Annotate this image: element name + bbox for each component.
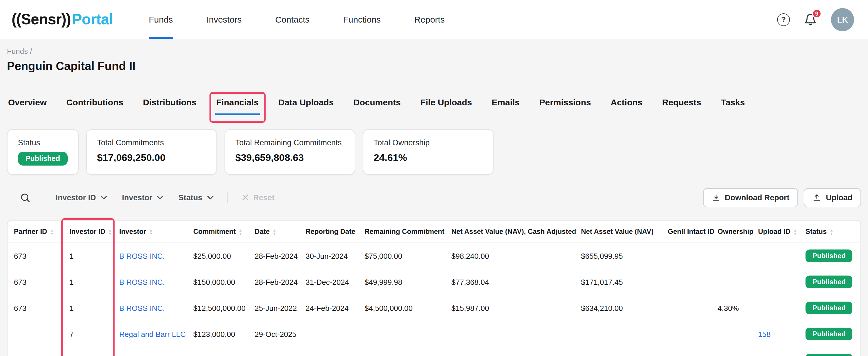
cell-investor[interactable]: B ROSS INC. bbox=[113, 295, 187, 321]
status-badge: Published bbox=[18, 152, 67, 166]
investor-link[interactable]: B ROSS INC. bbox=[119, 304, 165, 312]
brand-logo[interactable]: ((Sensr))Portal bbox=[11, 10, 113, 28]
cell-investor-id: 1 bbox=[63, 295, 113, 321]
column-header-upload-id[interactable]: Upload ID▲▼ bbox=[752, 220, 799, 243]
card-label: Total Remaining Commitments bbox=[235, 138, 344, 147]
tab-data-uploads[interactable]: Data Uploads bbox=[277, 97, 335, 115]
summary-card-total-ownership: Total Ownership24.61% bbox=[363, 129, 493, 175]
breadcrumb[interactable]: Funds / bbox=[7, 39, 32, 56]
investor-link[interactable]: Regal and Barr LLC bbox=[119, 330, 186, 338]
summary-card-total-commitments: Total Commitments$17,069,250.00 bbox=[86, 129, 217, 175]
tab-financials[interactable]: Financials bbox=[215, 97, 260, 115]
cell-upload-id[interactable]: 158 bbox=[752, 321, 799, 347]
cell-investor[interactable]: Regal and Barr LLC bbox=[113, 321, 187, 347]
investor-link[interactable]: B ROSS INC. bbox=[119, 277, 165, 286]
table-row: 7Regal and Barr LLC$123,000.0029-Oct-202… bbox=[7, 321, 861, 347]
nav-item-reports[interactable]: Reports bbox=[414, 0, 445, 39]
tab-file-uploads[interactable]: File Uploads bbox=[419, 97, 473, 115]
column-header-investor-id[interactable]: Investor ID▲▼ bbox=[63, 220, 113, 243]
column-header-partner-id[interactable]: Partner ID▲▼ bbox=[7, 220, 63, 243]
financials-table-section: Partner ID▲▼Investor ID▲▼Investor▲▼Commi… bbox=[7, 220, 861, 356]
cell-status: Published bbox=[799, 347, 861, 356]
toolbar-divider bbox=[227, 191, 228, 203]
cell-partner-id: 673 bbox=[7, 243, 63, 269]
nav-item-contacts[interactable]: Contacts bbox=[275, 0, 309, 39]
notifications-button[interactable]: 9 bbox=[804, 13, 817, 26]
column-header-remaining-commitment: Remaining Commitment bbox=[358, 220, 445, 243]
logo-paren-close: )) bbox=[61, 10, 71, 28]
upload-id-link[interactable]: 158 bbox=[758, 330, 771, 338]
column-header-label: Reporting Date bbox=[306, 228, 355, 236]
cell-upload-id bbox=[752, 295, 799, 321]
cell-remaining-commitment: $0.00 bbox=[358, 347, 445, 356]
summary-card-total-remaining-commitments: Total Remaining Commitments$39,659,808.6… bbox=[224, 129, 355, 175]
column-header-date[interactable]: Date▲▼ bbox=[248, 220, 299, 243]
tab-emails[interactable]: Emails bbox=[490, 97, 521, 115]
filter-dropdown-label: Investor ID bbox=[56, 193, 96, 202]
cell-status: Published bbox=[799, 243, 861, 269]
filter-dropdown-investor[interactable]: Investor bbox=[119, 188, 167, 206]
search-icon bbox=[20, 192, 30, 203]
navbar-right: ? 9 LK bbox=[777, 8, 854, 31]
filter-dropdown-status[interactable]: Status bbox=[175, 188, 217, 206]
cell-nav-cash-adjusted: $98,240.00 bbox=[445, 243, 575, 269]
tab-distributions[interactable]: Distributions bbox=[142, 97, 197, 115]
summary-cards: StatusPublishedTotal Commitments$17,069,… bbox=[7, 129, 861, 175]
primary-nav: FundsInvestorsContactsFunctionsReports bbox=[149, 0, 445, 39]
filter-dropdown-investor-id[interactable]: Investor ID bbox=[52, 188, 111, 206]
sort-icon[interactable]: ▲▼ bbox=[50, 229, 54, 235]
sort-icon[interactable]: ▲▼ bbox=[108, 229, 112, 235]
tab-actions[interactable]: Actions bbox=[609, 97, 644, 115]
cell-investor[interactable]: B ROSS INC. bbox=[113, 243, 187, 269]
cell-commitment: $12,500,000.00 bbox=[187, 295, 248, 321]
status-badge: Published bbox=[806, 354, 852, 356]
avatar[interactable]: LK bbox=[831, 8, 854, 31]
tab-overview[interactable]: Overview bbox=[7, 97, 48, 115]
cell-investor-id: 7 bbox=[63, 321, 113, 347]
tab-permissions[interactable]: Permissions bbox=[538, 97, 592, 115]
column-header-commitment[interactable]: Commitment▲▼ bbox=[187, 220, 248, 243]
cell-nav: $634,210.00 bbox=[575, 295, 661, 321]
tab-requests[interactable]: Requests bbox=[661, 97, 703, 115]
sort-icon[interactable]: ▲▼ bbox=[239, 229, 243, 235]
sort-icon[interactable]: ▲▼ bbox=[149, 229, 153, 235]
search-button[interactable] bbox=[15, 187, 35, 207]
upload-button[interactable]: Upload bbox=[804, 188, 861, 207]
cell-investor[interactable]: Ron Arthur bbox=[113, 347, 187, 356]
sort-icon[interactable]: ▲▼ bbox=[830, 229, 833, 235]
cell-genii-intact-id bbox=[661, 269, 711, 295]
column-header-label: Upload ID bbox=[758, 228, 790, 236]
nav-item-funds[interactable]: Funds bbox=[149, 0, 173, 39]
help-icon[interactable]: ? bbox=[777, 13, 790, 26]
cell-date: 19-Sep-2025 bbox=[248, 347, 299, 356]
nav-item-functions[interactable]: Functions bbox=[343, 0, 381, 39]
page-content: Funds / Penguin Capital Fund II Overview… bbox=[0, 39, 868, 356]
nav-item-investors[interactable]: Investors bbox=[207, 0, 242, 39]
cell-investor[interactable]: B ROSS INC. bbox=[113, 269, 187, 295]
annotation-box-financials-tab bbox=[209, 92, 266, 123]
download-report-button[interactable]: Download Report bbox=[703, 188, 798, 207]
cell-genii-intact-id bbox=[661, 347, 711, 356]
tab-contributions[interactable]: Contributions bbox=[65, 97, 124, 115]
tab-tasks[interactable]: Tasks bbox=[720, 97, 746, 115]
cell-reporting-date bbox=[299, 321, 358, 347]
sort-icon[interactable]: ▲▼ bbox=[273, 229, 276, 235]
cell-partner-id: 673 bbox=[7, 269, 63, 295]
cell-commitment: $25,000.00 bbox=[187, 243, 248, 269]
sort-icon[interactable]: ▲▼ bbox=[793, 229, 797, 235]
column-header-label: Net Asset Value (NAV) bbox=[581, 228, 654, 236]
cell-ownership bbox=[711, 243, 752, 269]
column-header-net-asset-value-nav: Net Asset Value (NAV) bbox=[575, 220, 661, 243]
cell-nav: $0.00 bbox=[575, 347, 661, 356]
column-header-label: Ownership bbox=[717, 228, 753, 236]
cell-investor-id: 12 bbox=[63, 347, 113, 356]
investor-link[interactable]: B ROSS INC. bbox=[119, 251, 165, 260]
cell-remaining-commitment bbox=[358, 321, 445, 347]
table-header-row: Partner ID▲▼Investor ID▲▼Investor▲▼Commi… bbox=[7, 220, 861, 243]
column-header-investor[interactable]: Investor▲▼ bbox=[113, 220, 187, 243]
column-header-status[interactable]: Status▲▼ bbox=[799, 220, 861, 243]
table-row: 6731B ROSS INC.$12,500,000.0025-Jun-2022… bbox=[7, 295, 861, 321]
tab-documents[interactable]: Documents bbox=[352, 97, 402, 115]
column-header-label: Investor ID bbox=[69, 228, 105, 236]
reset-filters-button[interactable]: Reset bbox=[238, 188, 278, 206]
